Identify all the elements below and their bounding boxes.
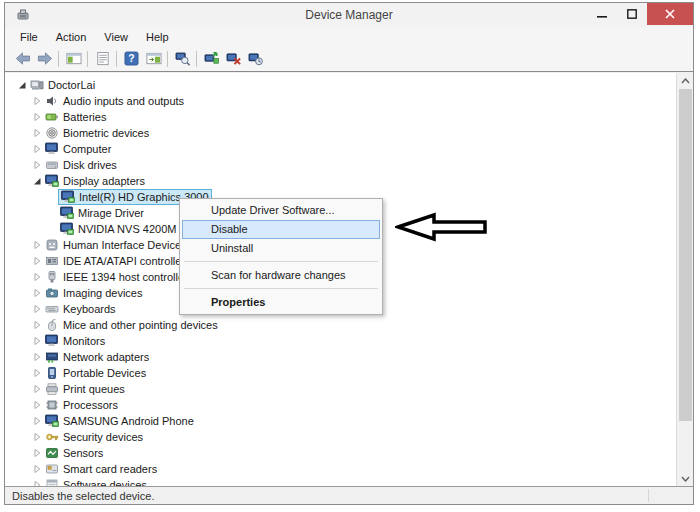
expander-collapsed-icon[interactable]: [32, 256, 42, 266]
expander-collapsed-icon[interactable]: [32, 320, 42, 330]
context-menu-separator: [184, 261, 378, 262]
status-bar-divider: [648, 489, 649, 502]
tree-item-samsung-android-phone[interactable]: SAMSUNG Android Phone: [5, 413, 676, 429]
tree-item-batteries[interactable]: Batteries: [5, 109, 676, 125]
expander-collapsed-icon[interactable]: [32, 416, 42, 426]
tree-item-label: Audio inputs and outputs: [63, 95, 184, 107]
minimize-button[interactable]: [587, 3, 617, 25]
expander-collapsed-icon[interactable]: [32, 384, 42, 394]
tree-item-sensors[interactable]: Sensors: [5, 445, 676, 461]
tree-item-label: Keyboards: [63, 303, 116, 315]
context-menu-item-disable[interactable]: Disable: [182, 220, 380, 239]
update-driver-button[interactable]: [200, 49, 222, 69]
node: Portable Devices: [43, 366, 148, 380]
node: IEEE 1394 host controllers: [43, 270, 195, 284]
expander-collapsed-icon[interactable]: [32, 96, 42, 106]
help-button[interactable]: ?: [120, 49, 142, 69]
close-button[interactable]: [647, 3, 693, 25]
node: Batteries: [43, 110, 108, 124]
tree-item-label: Disk drives: [63, 159, 117, 171]
display-icon: [45, 174, 59, 188]
expander-collapsed-icon[interactable]: [32, 448, 42, 458]
expander-expanded-icon[interactable]: [17, 80, 27, 90]
back-icon: [14, 51, 31, 67]
tree-item-label: Sensors: [63, 447, 103, 459]
show-action-pane-button[interactable]: [142, 49, 164, 69]
expander-collapsed-icon[interactable]: [32, 272, 42, 282]
maximize-button[interactable]: [617, 3, 647, 25]
forward-button[interactable]: [33, 49, 55, 69]
export-list-button[interactable]: [91, 49, 113, 69]
tree-item-smart-card-readers[interactable]: Smart card readers: [5, 461, 676, 477]
node: Imaging devices: [43, 286, 145, 300]
tree-item-processors[interactable]: Processors: [5, 397, 676, 413]
disable-device-button[interactable]: [244, 49, 266, 69]
menu-help[interactable]: Help: [137, 28, 178, 46]
tree-item-computer[interactable]: Computer: [5, 141, 676, 157]
tree-item-monitors[interactable]: Monitors: [5, 333, 676, 349]
context-menu-item-update-driver-software[interactable]: Update Driver Software...: [182, 201, 380, 220]
display-icon: [60, 222, 74, 236]
expander-collapsed-icon[interactable]: [32, 304, 42, 314]
toolbar-separator: [196, 51, 197, 67]
node: Monitors: [43, 334, 107, 348]
scan-hardware-changes-button[interactable]: [171, 49, 193, 69]
node: Computer: [43, 142, 113, 156]
context-menu-separator: [184, 288, 378, 289]
expander-collapsed-icon[interactable]: [32, 128, 42, 138]
node: Disk drives: [43, 158, 119, 172]
tree-item-label: Display adapters: [63, 175, 145, 187]
tree-item-portable-devices[interactable]: Portable Devices: [5, 365, 676, 381]
expander-collapsed-icon[interactable]: [32, 400, 42, 410]
node: IDE ATA/ATAPI controllers: [43, 254, 193, 268]
expander-collapsed-icon[interactable]: [32, 144, 42, 154]
back-button[interactable]: [11, 49, 33, 69]
node: Security devices: [43, 430, 145, 444]
tree-item-audio-inputs-and-outputs[interactable]: Audio inputs and outputs: [5, 93, 676, 109]
node: SAMSUNG Android Phone: [43, 414, 196, 428]
tree-item-software-devices[interactable]: Software devices: [5, 477, 676, 486]
tree-item-label: Batteries: [63, 111, 106, 123]
portable-icon: [45, 366, 59, 380]
expander-collapsed-icon[interactable]: [32, 432, 42, 442]
expander-collapsed-icon[interactable]: [32, 112, 42, 122]
expander-collapsed-icon[interactable]: [32, 368, 42, 378]
expander-collapsed-icon[interactable]: [32, 160, 42, 170]
expander-spacer: [47, 224, 57, 234]
tree-item-mice-and-other-pointing-devices[interactable]: Mice and other pointing devices: [5, 317, 676, 333]
tree-item-display-adapters[interactable]: Display adapters: [5, 173, 676, 189]
scrollbar-up-icon[interactable]: [677, 73, 693, 88]
expander-collapsed-icon[interactable]: [32, 352, 42, 362]
tree-item-label: DoctorLai: [48, 79, 95, 91]
expander-collapsed-icon[interactable]: [32, 288, 42, 298]
vertical-scrollbar[interactable]: [676, 73, 693, 486]
context-menu-item-properties[interactable]: Properties: [182, 293, 380, 312]
tree-item-biometric-devices[interactable]: Biometric devices: [5, 125, 676, 141]
uninstall-device-button[interactable]: [222, 49, 244, 69]
show-console-tree-button[interactable]: [62, 49, 84, 69]
context-menu-item-uninstall[interactable]: Uninstall: [182, 239, 380, 258]
phone-icon: [45, 414, 59, 428]
monitor-icon: [45, 334, 59, 348]
scrollbar-thumb[interactable]: [679, 89, 692, 421]
menu-view[interactable]: View: [95, 28, 137, 46]
expander-expanded-icon[interactable]: [32, 176, 42, 186]
update-driver-icon: [203, 51, 220, 67]
context-menu-item-scan-for-hardware-changes[interactable]: Scan for hardware changes: [182, 266, 380, 285]
tree-item-disk-drives[interactable]: Disk drives: [5, 157, 676, 173]
scrollbar-down-icon[interactable]: [677, 471, 693, 486]
uninstall-device-icon: [225, 51, 242, 67]
tree-item-network-adapters[interactable]: Network adapters: [5, 349, 676, 365]
expander-collapsed-icon[interactable]: [32, 240, 42, 250]
forward-icon: [36, 51, 53, 67]
menu-file[interactable]: File: [11, 28, 47, 46]
status-bar: Disables the selected device.: [5, 486, 693, 504]
expander-collapsed-icon[interactable]: [32, 336, 42, 346]
tree-item-security-devices[interactable]: Security devices: [5, 429, 676, 445]
menu-action[interactable]: Action: [47, 28, 96, 46]
node: Mice and other pointing devices: [43, 318, 220, 332]
audio-icon: [45, 94, 59, 108]
tree-item-doctorlai[interactable]: DoctorLai: [5, 77, 676, 93]
tree-item-print-queues[interactable]: Print queues: [5, 381, 676, 397]
expander-collapsed-icon[interactable]: [32, 464, 42, 474]
